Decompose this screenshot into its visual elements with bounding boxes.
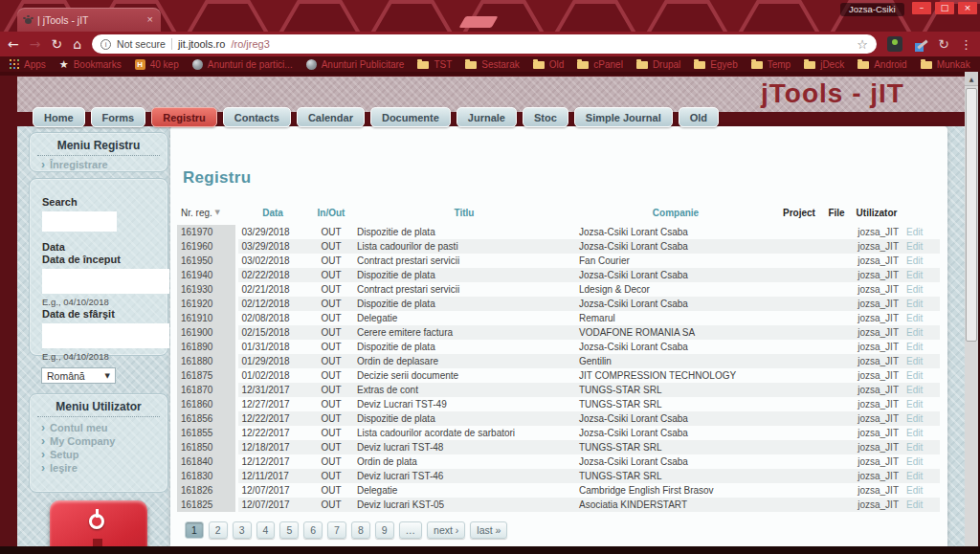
column-companie[interactable]: Companie	[575, 203, 776, 225]
cell-nr-reg: 161855	[177, 426, 236, 440]
column-inout[interactable]: In/Out	[309, 203, 353, 225]
close-icon[interactable]	[958, 2, 977, 14]
cell-project	[776, 254, 822, 268]
nav-tab[interactable]: Calendar	[297, 107, 365, 127]
bookmark-item[interactable]: Egyeb	[694, 59, 737, 70]
nav-tab[interactable]: Stoc	[523, 107, 568, 127]
pagination-button[interactable]: 3	[233, 521, 252, 539]
maximize-icon[interactable]	[935, 2, 954, 14]
pagination-button[interactable]: 1	[185, 521, 204, 539]
cell-companie: TUNGS-STAR SRL	[575, 383, 776, 397]
edit-link[interactable]: Edit	[902, 383, 940, 397]
edit-link[interactable]: Edit	[902, 340, 940, 354]
pagination-button[interactable]: next ›	[427, 521, 465, 539]
bookmark-item[interactable]: Sestarak	[465, 59, 519, 70]
language-selected: Română	[47, 370, 85, 382]
bookmark-item[interactable]: Munkak	[921, 59, 970, 70]
pagination-button[interactable]: 7	[327, 521, 346, 539]
edit-link[interactable]: Edit	[902, 225, 940, 239]
bookmark-item[interactable]: Drupal	[636, 59, 680, 70]
edit-link[interactable]: Edit	[902, 268, 940, 282]
edit-link[interactable]: Edit	[902, 297, 940, 311]
edit-link[interactable]: Edit	[902, 311, 940, 325]
date-end-input[interactable]	[42, 323, 169, 348]
bookmark-item[interactable]: Old	[533, 59, 565, 70]
column-nr-reg[interactable]: Nr. reg.	[177, 203, 236, 225]
nav-tab[interactable]: Old	[679, 107, 719, 127]
cell-project	[776, 397, 822, 411]
sidebar-link[interactable]: My Company	[30, 434, 167, 448]
pagination-button[interactable]: 4	[256, 521, 276, 539]
edit-link[interactable]: Edit	[902, 411, 940, 426]
address-bar[interactable]: Not secure jit.jtools.ro /ro/jreg3 ☆	[92, 34, 877, 54]
bookmark-item[interactable]: Android	[858, 59, 906, 70]
tab-close-icon[interactable]: ×	[147, 14, 153, 25]
edit-link[interactable]: Edit	[902, 469, 940, 483]
bookmark-item[interactable]: Anunturi de partici...	[192, 59, 293, 70]
edit-link[interactable]: Edit	[902, 282, 940, 297]
bookmark-label: Bookmarks	[74, 59, 122, 70]
search-input[interactable]	[42, 211, 117, 232]
edit-link[interactable]: Edit	[902, 397, 940, 411]
pagination-button[interactable]: …	[399, 521, 423, 539]
cell-inout: OUT	[309, 297, 353, 311]
nav-tab[interactable]: Forms	[91, 107, 146, 127]
edit-link[interactable]: Edit	[902, 483, 940, 498]
pagination-button[interactable]: 5	[279, 521, 299, 539]
edit-link[interactable]: Edit	[902, 368, 940, 383]
pagination-button[interactable]: 8	[351, 521, 370, 539]
edit-link[interactable]: Edit	[902, 454, 940, 469]
extension-location-icon[interactable]	[887, 36, 902, 52]
bookmark-item[interactable]: Apps	[10, 59, 46, 70]
back-icon[interactable]: ←	[8, 37, 19, 51]
pagination-button[interactable]: 2	[209, 521, 228, 539]
column-titlu[interactable]: Titlu	[353, 203, 575, 225]
nav-tab[interactable]: Jurnale	[457, 107, 517, 127]
sidebar-link[interactable]: Contul meu	[30, 421, 167, 434]
sidebar-link[interactable]: Înregistrare	[30, 156, 167, 172]
edit-link[interactable]: Edit	[902, 325, 940, 340]
date-start-input[interactable]	[42, 269, 169, 294]
bookmark-item[interactable]: 40 kep	[135, 59, 179, 70]
nav-tab[interactable]: Contacts	[223, 107, 291, 127]
cell-file	[822, 268, 851, 282]
bookmark-item[interactable]: cPanel	[577, 59, 623, 70]
edit-link[interactable]: Edit	[902, 354, 940, 368]
column-data[interactable]: Data	[236, 203, 309, 225]
sidebar-link[interactable]: Setup	[30, 448, 167, 461]
browser-menu-icon[interactable]: ⋮	[960, 37, 972, 52]
sidebar-link[interactable]: Ieşire	[30, 461, 167, 475]
language-select[interactable]: Română	[41, 367, 116, 384]
bookmark-item[interactable]: jDeck	[804, 59, 844, 70]
extension-refresh-icon[interactable]: ↻	[938, 37, 949, 51]
pagination-button[interactable]: last »	[470, 521, 507, 539]
bookmark-item[interactable]: Bookmarks	[59, 59, 122, 70]
info-icon[interactable]	[100, 39, 111, 50]
edit-link[interactable]: Edit	[902, 440, 940, 454]
edit-link[interactable]: Edit	[902, 498, 940, 512]
minimize-icon[interactable]	[912, 2, 931, 14]
extension-stylus-icon[interactable]	[913, 36, 928, 52]
pagination-button[interactable]: 9	[375, 521, 394, 539]
bookmark-item[interactable]: Temp	[751, 59, 791, 70]
cell-utilizator: jozsa_JIT	[851, 254, 902, 268]
reload-icon[interactable]: ↻	[51, 37, 62, 51]
nav-tab[interactable]: Home	[33, 107, 85, 127]
page-scrollbar[interactable]	[965, 72, 978, 546]
home-icon[interactable]: ⌂	[73, 37, 81, 51]
bookmark-item[interactable]: TST	[417, 59, 452, 70]
edit-link[interactable]: Edit	[902, 426, 940, 440]
bookmark-star-icon[interactable]: ☆	[857, 37, 868, 52]
nav-tab[interactable]: Simple Journal	[574, 107, 673, 127]
profile-name[interactable]: Jozsa-Csiki	[840, 3, 904, 16]
nav-tab[interactable]: Documente	[370, 107, 451, 127]
scroll-up-icon[interactable]	[965, 72, 978, 86]
nav-tab[interactable]: Registru	[151, 107, 217, 127]
edit-link[interactable]: Edit	[902, 254, 940, 268]
scrollbar-thumb[interactable]	[966, 88, 977, 342]
new-tab-button[interactable]	[459, 16, 499, 28]
bookmark-item[interactable]: Anunturi Publicitare	[306, 59, 405, 70]
edit-link[interactable]: Edit	[902, 239, 940, 254]
browser-tab[interactable]: | jTools - jIT ×	[17, 8, 161, 32]
pagination-button[interactable]: 6	[303, 521, 323, 539]
